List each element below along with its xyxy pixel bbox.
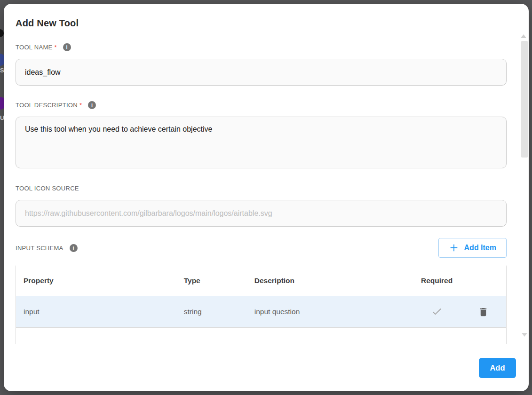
info-icon[interactable]: i [63, 43, 71, 51]
tool-icon-source-field: TOOL ICON SOURCE [16, 185, 507, 227]
dialog-header: Add New Tool [4, 4, 529, 32]
row-description: input question [247, 308, 413, 316]
table-header-row: Property Type Description Required [16, 265, 506, 296]
tool-icon-source-label: TOOL ICON SOURCE [16, 185, 79, 192]
info-icon[interactable]: i [88, 101, 96, 109]
input-schema-header-row: INPUT SCHEMA i Add Item [16, 238, 507, 258]
tool-name-field: TOOL NAME * i [16, 44, 507, 86]
backdrop-sidebar-dot [0, 29, 4, 37]
tool-description-label: TOOL DESCRIPTION [16, 102, 78, 109]
table-empty-row [16, 328, 506, 344]
header-description: Description [247, 276, 413, 285]
required-asterisk: * [79, 102, 82, 109]
required-asterisk: * [55, 44, 57, 51]
scrollbar-thumb[interactable] [521, 41, 528, 158]
input-schema-table: Property Type Description Required input… [16, 265, 507, 344]
dialog-footer: Add [4, 344, 529, 391]
header-required: Required [413, 276, 461, 285]
plus-icon [449, 243, 459, 253]
table-row[interactable]: input string input question [16, 296, 506, 328]
required-check-icon [431, 306, 443, 318]
header-property: Property [16, 276, 176, 285]
scroll-up-icon[interactable] [521, 34, 526, 38]
tool-description-textarea[interactable]: Use this tool when you need to achieve c… [16, 117, 507, 168]
add-item-label: Add Item [464, 244, 496, 252]
scroll-down-icon[interactable] [522, 333, 527, 337]
tool-name-label: TOOL NAME [16, 44, 53, 51]
header-type: Type [176, 276, 247, 285]
input-schema-label: INPUT SCHEMA [16, 245, 64, 252]
row-type: string [176, 308, 247, 316]
add-button[interactable]: Add [479, 358, 516, 378]
dialog-content: TOOL NAME * i TOOL DESCRIPTION * i Use t… [4, 32, 529, 344]
row-property: input [16, 308, 176, 316]
delete-row-icon[interactable] [478, 307, 489, 317]
tool-name-input[interactable] [16, 59, 507, 86]
info-icon[interactable]: i [70, 244, 78, 252]
tool-icon-source-input[interactable] [16, 200, 507, 227]
add-new-tool-dialog: Add New Tool TOOL NAME * i TOOL DESCRIPT… [4, 4, 529, 391]
add-item-button[interactable]: Add Item [438, 238, 507, 258]
dialog-title: Add New Tool [16, 18, 517, 29]
tool-description-field: TOOL DESCRIPTION * i Use this tool when … [16, 102, 507, 168]
